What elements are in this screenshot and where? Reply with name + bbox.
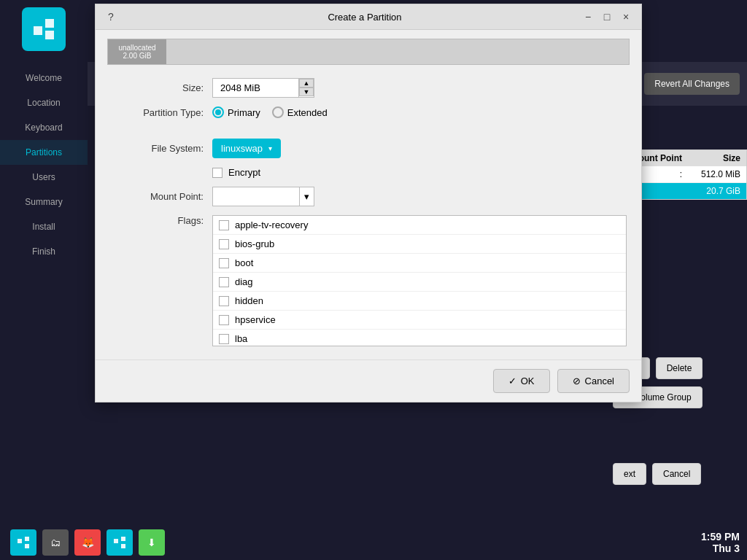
table-cell-size-0: 512.0 MiB [682, 169, 740, 179]
encrypt-checkbox[interactable] [212, 168, 222, 178]
sidebar-item-summary[interactable]: Summary [0, 190, 88, 214]
flag-checkbox-1[interactable] [219, 239, 229, 249]
partition-type-label: Partition Type: [110, 107, 212, 118]
filesystem-row: File System: linuxswap ▾ [110, 139, 627, 158]
partition-type-row: Partition Type: Primary Extended [110, 106, 627, 118]
partition-form: Size: 2048 MiB ▲ ▼ Partition Type: Prima… [96, 71, 641, 359]
flag-hpservice[interactable]: hpservice [213, 311, 626, 330]
flags-list[interactable]: apple-tv-recovery bios-grub boot diag [213, 216, 626, 346]
nav-buttons: ext Cancel [613, 463, 701, 485]
logo [22, 7, 66, 51]
create-partition-dialog: ? Create a Partition − □ × unallocated 2… [95, 4, 642, 402]
dialog-window-controls: − □ × [581, 10, 632, 23]
sidebar-item-partitions[interactable]: Partitions [0, 140, 88, 165]
taskbar-icon-firefox[interactable]: 🦊 [74, 529, 101, 556]
taskbar-icon-1[interactable]: 🗂 [42, 529, 69, 556]
ok-button[interactable]: ✓ OK [493, 369, 550, 393]
taskbar-icon-installer[interactable]: ⬇ [139, 529, 165, 556]
filesystem-label: File System: [110, 143, 212, 154]
flags-label: Flags: [110, 215, 212, 226]
partition-visual-bar: unallocated 2.00 GiB [107, 39, 630, 65]
svg-rect-7 [121, 537, 125, 541]
flag-checkbox-0[interactable] [219, 220, 229, 230]
svg-rect-8 [121, 544, 125, 548]
flags-row: Flags: apple-tv-recovery bios-grub boot [110, 215, 627, 346]
mount-point-label: Mount Point: [110, 191, 212, 202]
size-decrement-button[interactable]: ▼ [299, 88, 314, 96]
sidebar-item-finish[interactable]: Finish [0, 239, 88, 264]
svg-rect-3 [18, 539, 22, 543]
svg-rect-6 [114, 539, 118, 543]
svg-rect-2 [45, 31, 54, 39]
mount-point-dropdown-button[interactable]: ▾ [299, 187, 314, 206]
dialog-help-button[interactable]: ? [104, 10, 117, 23]
ok-check-icon: ✓ [508, 376, 516, 386]
flag-label-4: hidden [235, 295, 263, 306]
sidebar-item-keyboard[interactable]: Keyboard [0, 115, 88, 140]
radio-extended[interactable]: Extended [272, 106, 328, 118]
radio-primary[interactable]: Primary [212, 106, 260, 118]
partition-type-group: Primary Extended [212, 106, 328, 118]
taskbar: 🗂 🦊 ⬇ 1:59 PM Thu 3 [0, 525, 747, 560]
sidebar: Welcome Location Keyboard Partitions Use… [0, 0, 88, 525]
flag-hidden[interactable]: hidden [213, 292, 626, 311]
size-row: Size: 2048 MiB ▲ ▼ [110, 78, 627, 98]
table-cell-size-1: 20.7 GiB [682, 186, 740, 196]
dialog-cancel-button[interactable]: ⊘ Cancel [557, 369, 630, 393]
mount-point-row: Mount Point: ▾ [110, 187, 627, 206]
sidebar-item-welcome[interactable]: Welcome [0, 66, 88, 90]
flag-label-3: diag [235, 276, 253, 287]
fs-dropdown-icon: ▾ [268, 144, 272, 152]
svg-rect-5 [25, 544, 29, 548]
sidebar-item-users[interactable]: Users [0, 165, 88, 190]
dialog-maximize-button[interactable]: □ [600, 10, 614, 23]
dialog-title: Create a Partition [148, 12, 581, 23]
unallocated-segment: unallocated 2.00 GiB [108, 39, 166, 64]
flag-label-5: hpservice [235, 314, 276, 325]
cancel-circle-icon: ⊘ [573, 376, 581, 386]
flag-label-1: bios-grub [235, 238, 274, 249]
empty-partition-segment [166, 39, 629, 64]
radio-extended-circle [272, 106, 284, 118]
flag-label-6: lba [235, 333, 247, 344]
svg-rect-4 [25, 537, 29, 541]
flag-checkbox-5[interactable] [219, 315, 229, 325]
size-label: Size: [110, 82, 212, 93]
flag-checkbox-3[interactable] [219, 277, 229, 287]
flag-checkbox-4[interactable] [219, 296, 229, 306]
sidebar-item-location[interactable]: Location [0, 90, 88, 115]
svg-rect-1 [45, 19, 54, 28]
col-size-header: Size [682, 153, 740, 163]
size-value: 2048 MiB [213, 79, 298, 97]
radio-primary-circle [212, 106, 224, 118]
taskbar-icon-0[interactable] [10, 529, 36, 556]
mount-point-chevron-icon: ▾ [304, 191, 309, 202]
flag-bios-grub[interactable]: bios-grub [213, 235, 626, 254]
dialog-minimize-button[interactable]: − [581, 10, 595, 23]
dialog-close-button[interactable]: × [619, 10, 632, 23]
revert-all-changes-button[interactable]: Revert All Changes [644, 73, 740, 95]
flag-label-0: apple-tv-recovery [235, 219, 308, 230]
flag-label-2: boot [235, 257, 253, 268]
taskbar-clock: 1:59 PM Thu 3 [701, 531, 740, 554]
size-spinner: ▲ ▼ [298, 79, 314, 97]
encrypt-row: Encrypt [110, 167, 627, 178]
delete-button[interactable]: Delete [656, 357, 703, 379]
taskbar-icon-2[interactable] [107, 529, 133, 556]
flags-list-container: apple-tv-recovery bios-grub boot diag [212, 215, 627, 346]
cancel-button[interactable]: Cancel [652, 463, 701, 485]
next-button[interactable]: ext [613, 463, 646, 485]
svg-rect-0 [34, 26, 42, 35]
flag-checkbox-6[interactable] [219, 334, 229, 344]
flag-lba[interactable]: lba [213, 330, 626, 346]
sidebar-item-install[interactable]: Install [0, 214, 88, 239]
encrypt-label: Encrypt [228, 167, 260, 178]
flag-boot[interactable]: boot [213, 254, 626, 273]
flag-apple-tv-recovery[interactable]: apple-tv-recovery [213, 216, 626, 235]
filesystem-select[interactable]: linuxswap ▾ [212, 139, 281, 158]
size-increment-button[interactable]: ▲ [299, 79, 314, 88]
dialog-titlebar: ? Create a Partition − □ × [96, 4, 641, 30]
flag-checkbox-2[interactable] [219, 258, 229, 268]
mount-point-value [213, 187, 299, 206]
flag-diag[interactable]: diag [213, 273, 626, 292]
